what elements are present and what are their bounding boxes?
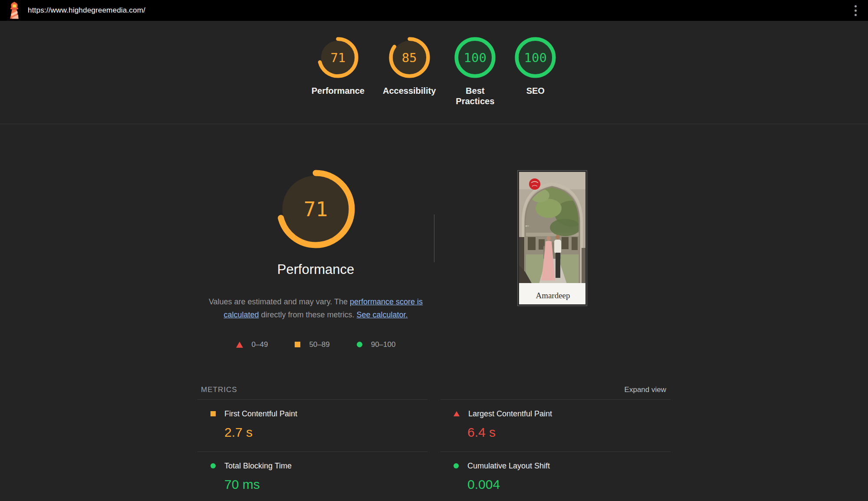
metrics-heading: METRICS	[201, 386, 237, 394]
fail-triangle-icon	[454, 411, 460, 416]
page-screenshot-thumbnail[interactable]: Amardeep ←	[517, 170, 587, 306]
seo-gauge-label: SEO	[526, 86, 545, 96]
legend-pass-range: 90–100	[357, 340, 396, 349]
metric-value: 6.4 s	[467, 425, 671, 440]
score-gauge-performance[interactable]: 71 Performance	[312, 36, 365, 96]
pass-circle-icon	[357, 342, 362, 347]
performance-big-score: 71	[276, 170, 355, 248]
metric-value: 70 ms	[224, 477, 427, 492]
category-scores-row: 71 Performance 85 Accessibility 100 Best…	[0, 21, 868, 124]
performance-gauge: 71	[317, 36, 359, 79]
expand-view-button[interactable]: Expand view	[625, 386, 666, 394]
metrics-column-right: Largest Contentful Paint 6.4 s Cumulativ…	[441, 399, 671, 501]
performance-summary-column: 71 Performance Values are estimated and …	[197, 124, 434, 349]
performance-gauge-label: Performance	[312, 86, 365, 96]
legend-fail-range: 0–49	[236, 340, 268, 349]
average-square-icon	[295, 342, 300, 347]
best-practices-score: 100	[454, 36, 496, 79]
score-gauge-best-practices[interactable]: 100 Best Practices	[454, 36, 496, 106]
performance-score: 71	[317, 36, 359, 79]
metrics-header: METRICS Expand view	[197, 386, 671, 394]
pass-circle-icon	[210, 463, 216, 468]
metric-value: 0.004	[467, 477, 671, 492]
accessibility-gauge: 85	[388, 36, 431, 79]
fail-triangle-icon	[236, 342, 243, 348]
legend-average-label: 50–89	[309, 340, 329, 349]
metric-name: Largest Contentful Paint	[468, 409, 552, 419]
metric-first-contentful-paint: First Contentful Paint 2.7 s	[197, 399, 427, 452]
accessibility-gauge-label: Accessibility	[383, 86, 436, 96]
pass-circle-icon	[454, 463, 459, 468]
seo-score: 100	[514, 36, 556, 79]
metric-total-blocking-time: Total Blocking Time 70 ms	[197, 452, 427, 501]
report-top-bar: https://www.highdegreemedia.com/	[0, 0, 868, 21]
metric-cumulative-layout-shift: Cumulative Layout Shift 0.004	[441, 452, 671, 501]
legend-average-range: 50–89	[295, 340, 329, 349]
vertical-divider	[434, 214, 434, 262]
performance-description: Values are estimated and may vary. The p…	[206, 295, 425, 321]
legend-fail-label: 0–49	[252, 340, 268, 349]
score-legend: 0–49 50–89 90–100	[236, 340, 396, 349]
performance-section: 71 Performance Values are estimated and …	[197, 124, 671, 349]
score-gauge-accessibility[interactable]: 85 Accessibility	[383, 36, 436, 96]
score-gauge-seo[interactable]: 100 SEO	[514, 36, 556, 96]
metric-value: 2.7 s	[224, 425, 427, 440]
description-text-2: directly from these metrics.	[259, 310, 356, 319]
metric-name: Cumulative Layout Shift	[467, 461, 550, 471]
metric-largest-contentful-paint: Largest Contentful Paint 6.4 s	[441, 399, 671, 452]
performance-big-gauge: 71	[276, 170, 355, 248]
best-practices-gauge: 100	[454, 36, 496, 79]
report-options-menu-icon[interactable]	[852, 3, 859, 19]
thumbnail-brand-text: Amardeep	[536, 291, 570, 300]
back-arrow-icon: ←	[524, 222, 530, 228]
legend-pass-label: 90–100	[371, 340, 396, 349]
see-calculator-link[interactable]: See calculator.	[357, 310, 408, 319]
screenshot-column: Amardeep ←	[434, 124, 671, 349]
average-square-icon	[210, 411, 216, 416]
site-logo-badge	[529, 178, 540, 190]
best-practices-gauge-label: Best Practices	[454, 86, 496, 106]
metric-name: Total Blocking Time	[224, 461, 292, 471]
metric-name: First Contentful Paint	[224, 409, 297, 419]
lighthouse-logo-icon	[6, 1, 23, 20]
performance-section-title: Performance	[277, 261, 354, 278]
metrics-column-left: First Contentful Paint 2.7 s Total Block…	[197, 399, 427, 501]
metrics-section: METRICS Expand view First Contentful Pai…	[197, 386, 671, 501]
metrics-grid: First Contentful Paint 2.7 s Total Block…	[197, 399, 671, 501]
accessibility-score: 85	[388, 36, 431, 79]
description-text-1: Values are estimated and may vary. The	[209, 297, 350, 306]
seo-gauge: 100	[514, 36, 556, 79]
tested-page-url[interactable]: https://www.highdegreemedia.com/	[28, 6, 145, 15]
